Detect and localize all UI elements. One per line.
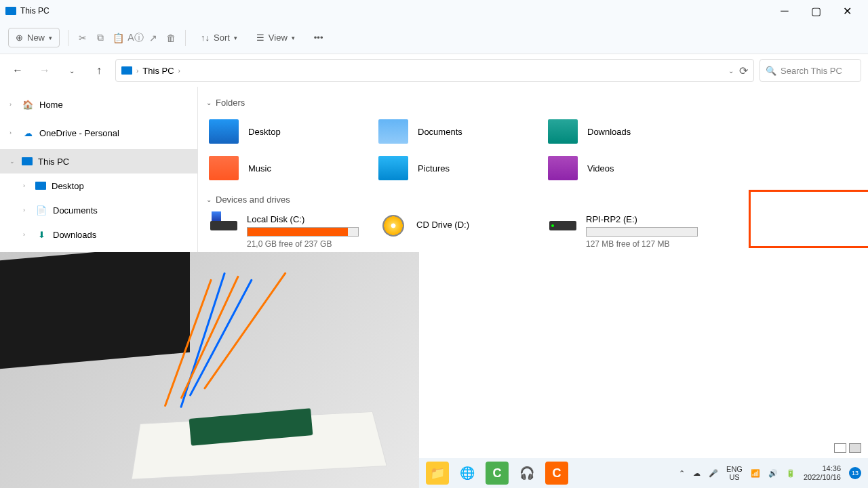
icons-view-button[interactable] (849, 443, 861, 453)
sidebar-item-onedrive[interactable]: › ☁ OneDrive - Personal (0, 121, 197, 145)
breadcrumb[interactable]: This PC (142, 66, 174, 76)
chevron-right-icon: › (23, 207, 30, 214)
paste-icon[interactable]: 📋 (112, 32, 124, 44)
titlebar: This PC ─ ▢ ✕ (0, 0, 868, 22)
wifi-icon[interactable]: 📶 (751, 469, 760, 478)
clock[interactable]: 14:36 2022/10/16 (804, 464, 841, 482)
drive-label: CD Drive (D:) (416, 220, 537, 230)
chevron-right-icon: › (9, 129, 16, 136)
minimize-button[interactable]: ─ (769, 0, 800, 22)
mic-icon[interactable]: 🎤 (709, 469, 718, 478)
folder-pictures[interactable]: Pictures (373, 150, 542, 186)
chevron-down-icon: ▾ (49, 35, 52, 41)
navigation-bar: ← → ⌄ ↑ › This PC › ⌄ ⟳ 🔍 Search This PC (0, 54, 868, 87)
chevron-down-icon: ⌄ (206, 196, 212, 203)
chevron-down-icon: ⌄ (206, 99, 212, 106)
app-icon[interactable]: C (545, 462, 568, 485)
view-label: View (269, 33, 288, 43)
sidebar-item-downloads[interactable]: › ⬇ Downloads (0, 222, 197, 247)
sidebar-label: Downloads (53, 230, 96, 240)
folders-grid: Desktop Documents Downloads Music Pictur… (203, 113, 868, 186)
separator (68, 30, 68, 46)
tray-chevron-icon[interactable]: ⌃ (679, 469, 685, 478)
recent-button[interactable]: ⌄ (61, 60, 83, 81)
view-mode-toggles (834, 443, 861, 453)
section-label: Devices and drives (216, 195, 290, 205)
folder-desktop[interactable]: Desktop (203, 113, 373, 150)
more-button[interactable]: ••• (307, 28, 330, 47)
new-button[interactable]: ⊕ New ▾ (8, 28, 60, 47)
audacity-icon[interactable]: 🎧 (515, 462, 538, 485)
location-icon (121, 66, 132, 75)
copy-icon[interactable]: ⧉ (94, 32, 106, 44)
search-icon: 🔍 (766, 66, 776, 76)
chevron-down-icon[interactable]: ⌄ (728, 67, 734, 75)
search-input[interactable]: 🔍 Search This PC (760, 59, 861, 82)
videos-folder-icon (548, 156, 578, 180)
folder-documents[interactable]: Documents (373, 113, 542, 150)
maximize-button[interactable]: ▢ (800, 0, 831, 22)
drive-d[interactable]: CD Drive (D:) (373, 210, 542, 253)
refresh-icon[interactable]: ⟳ (739, 64, 748, 77)
downloads-folder-icon (548, 119, 578, 144)
camtasia-icon[interactable]: C (486, 462, 509, 485)
chevron-down-icon: ▾ (292, 35, 295, 41)
drive-free-text: 21,0 GB free of 237 GB (247, 239, 368, 249)
folder-music[interactable]: Music (203, 150, 373, 186)
sort-icon: ↑↓ (201, 33, 210, 43)
sidebar-item-desktop[interactable]: › Desktop (0, 174, 197, 198)
chevron-right-icon: › (9, 101, 16, 108)
section-label: Folders (216, 98, 245, 108)
address-bar[interactable]: › This PC › ⌄ ⟳ (115, 59, 754, 82)
sidebar-item-home[interactable]: › 🏠 Home (0, 92, 197, 117)
folder-videos[interactable]: Videos (542, 150, 712, 186)
chrome-icon[interactable]: 🌐 (456, 462, 479, 485)
view-icon: ☰ (256, 33, 264, 43)
home-icon: 🏠 (22, 98, 34, 110)
annotation-highlight (749, 190, 868, 248)
sidebar-item-thispc[interactable]: ⌄ This PC (0, 149, 197, 174)
close-button[interactable]: ✕ (831, 0, 863, 22)
taskbar: 📁 🌐 C 🎧 C ⌃ ☁ 🎤 ENG US 📶 🔊 🔋 14:36 2022/… (419, 458, 868, 488)
folders-header[interactable]: ⌄ Folders (206, 98, 868, 108)
language-indicator[interactable]: ENG US (726, 465, 743, 481)
capacity-fill (248, 228, 348, 236)
folder-downloads[interactable]: Downloads (542, 113, 712, 150)
command-bar: ⊕ New ▾ ✂ ⧉ 📋 Aⓘ ↗ 🗑 ↑↓ Sort ▾ ☰ View ▾ … (0, 22, 868, 54)
notification-badge[interactable]: 13 (849, 467, 861, 479)
sort-button[interactable]: ↑↓ Sort ▾ (194, 28, 244, 47)
date-text: 2022/10/16 (804, 473, 841, 482)
drive-c[interactable]: Local Disk (C:) 21,0 GB free of 237 GB (203, 210, 373, 253)
delete-icon[interactable]: 🗑 (165, 32, 177, 44)
this-pc-icon (5, 7, 16, 15)
window-controls: ─ ▢ ✕ (769, 0, 863, 22)
system-tray: ⌃ ☁ 🎤 ENG US 📶 🔊 🔋 14:36 2022/10/16 13 (679, 464, 861, 482)
details-view-button[interactable] (834, 443, 846, 453)
drive-e[interactable]: RPI-RP2 (E:) 127 MB free of 127 MB (542, 210, 712, 253)
folder-label: Desktop (248, 127, 281, 137)
folder-label: Pictures (418, 163, 450, 174)
lang-secondary: US (726, 473, 743, 481)
sidebar-label: Home (39, 100, 63, 110)
back-button[interactable]: ← (7, 60, 28, 81)
plus-icon: ⊕ (16, 33, 23, 43)
desktop-folder-icon (209, 119, 239, 144)
cut-icon[interactable]: ✂ (77, 32, 89, 44)
forward-button[interactable]: → (34, 60, 56, 81)
sidebar-item-documents[interactable]: › 📄 Documents (0, 198, 197, 222)
folder-label: Documents (418, 127, 462, 137)
documents-folder-icon (378, 119, 408, 144)
volume-icon[interactable]: 🔊 (768, 469, 778, 478)
battery-icon[interactable]: 🔋 (786, 469, 795, 478)
chevron-right-icon: › (178, 67, 180, 75)
overlay-hardware-photo (0, 252, 419, 488)
up-button[interactable]: ↑ (88, 60, 110, 81)
drive-label: Local Disk (C:) (247, 214, 368, 224)
rename-icon[interactable]: Aⓘ (130, 32, 142, 44)
explorer-icon[interactable]: 📁 (426, 462, 449, 485)
share-icon[interactable]: ↗ (147, 32, 159, 44)
taskbar-apps: 📁 🌐 C 🎧 C (426, 462, 568, 485)
onedrive-tray-icon[interactable]: ☁ (693, 469, 701, 478)
view-button[interactable]: ☰ View ▾ (250, 28, 302, 47)
chevron-right-icon: › (136, 67, 138, 75)
